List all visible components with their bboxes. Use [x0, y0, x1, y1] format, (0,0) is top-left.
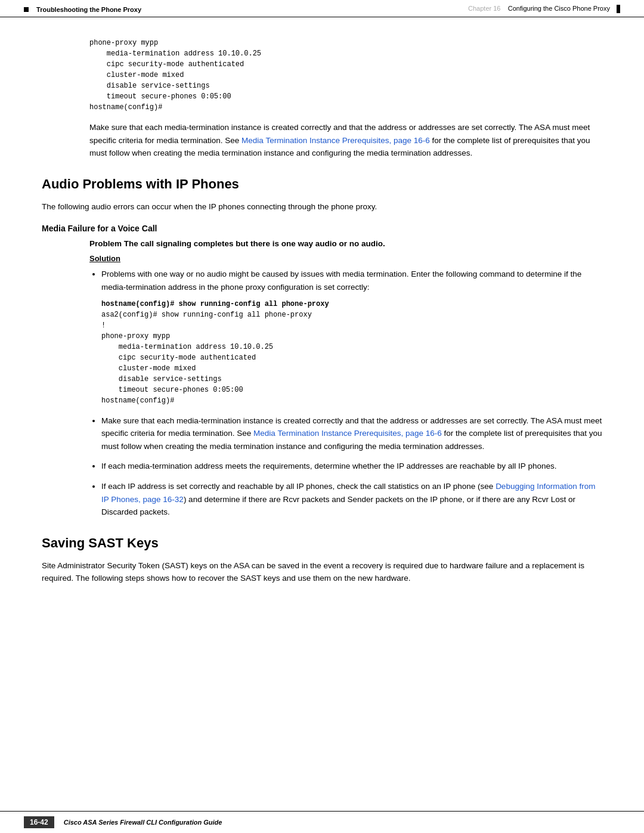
page-header: Troubleshooting the Phone Proxy Chapter … — [0, 0, 644, 17]
solution-bullet-list: Problems with one way or no audio might … — [89, 268, 602, 518]
media-termination-link[interactable]: Media Termination Instance Prerequisites… — [253, 429, 442, 438]
intro-paragraph: Make sure that each media-termination in… — [89, 121, 602, 160]
intro-link[interactable]: Media Termination Instance Prerequisites… — [242, 136, 430, 145]
bullet-item-2: Make sure that each media-termination in… — [101, 414, 602, 453]
bullet-item-3: If each media-termination address meets … — [101, 460, 602, 473]
bullet-item-1: Problems with one way or no audio might … — [101, 268, 602, 405]
media-failure-subheading: Media Failure for a Voice Call — [42, 224, 602, 233]
section1-intro: The following audio errors can occur whe… — [42, 200, 602, 213]
section1-heading: Audio Problems with IP Phones — [42, 176, 602, 192]
section2-para: Site Administrator Security Token (SAST)… — [42, 559, 602, 585]
page: Troubleshooting the Phone Proxy Chapter … — [0, 0, 644, 833]
solution-code-block: hostname(config)# show running-config al… — [101, 299, 602, 406]
page-footer: 16-42 Cisco ASA Series Firewall CLI Conf… — [0, 811, 644, 833]
header-square-icon — [24, 7, 29, 12]
footer-guide-title: Cisco ASA Series Firewall CLI Configurat… — [64, 819, 222, 826]
page-content: phone-proxy mypp media-termination addre… — [0, 17, 644, 811]
header-bar-icon — [617, 5, 620, 13]
bullet-item-4: If each IP address is set correctly and … — [101, 480, 602, 519]
problem-label: Problem The call signaling completes but… — [89, 239, 602, 248]
header-chapter: Chapter 16 Configuring the Cisco Phone P… — [468, 5, 620, 13]
intro-code-block: phone-proxy mypp media-termination addre… — [89, 38, 602, 113]
header-section-title: Troubleshooting the Phone Proxy — [24, 5, 141, 13]
section2-heading: Saving SAST Keys — [42, 535, 602, 551]
page-number: 16-42 — [24, 816, 54, 828]
solution-label: Solution — [89, 254, 602, 263]
